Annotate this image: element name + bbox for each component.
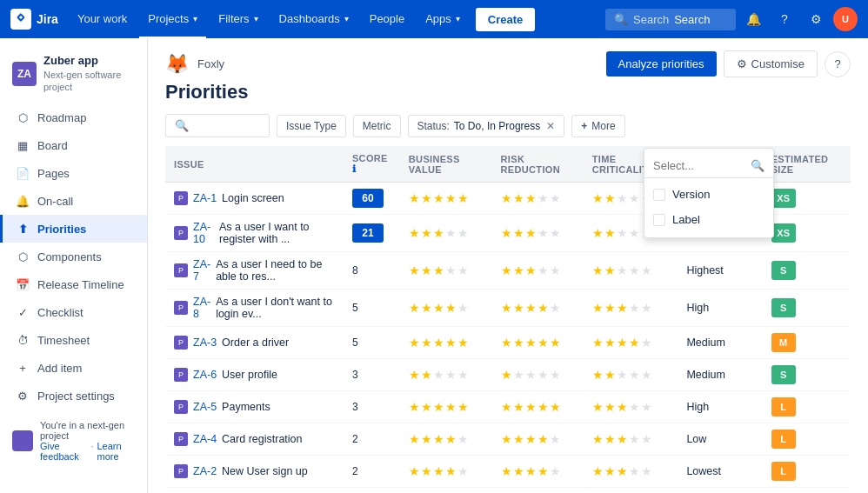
customise-button[interactable]: ⚙ Customise (724, 50, 818, 77)
dropdown-item-label[interactable]: Label (644, 207, 773, 232)
more-filter[interactable]: + More (571, 115, 624, 137)
nav-people[interactable]: People (361, 0, 413, 38)
sidebar: ZA Zuber app Next-gen software project ⬡… (0, 38, 148, 493)
issue-id[interactable]: ZA-2 (193, 465, 217, 477)
sidebar-item-pages[interactable]: 📄 Pages (0, 159, 147, 187)
rr-cell[interactable]: ★★★★★ (492, 391, 584, 423)
issue-id[interactable]: ZA-8 (193, 296, 210, 320)
issue-search[interactable]: 🔍 (165, 114, 270, 137)
global-search[interactable]: 🔍 Search Search (605, 9, 736, 30)
sidebar-item-components[interactable]: ⬡ Components (0, 243, 147, 270)
metric-filter[interactable]: Metric (353, 115, 401, 137)
tc-cell[interactable]: ★★★★★ (584, 290, 678, 327)
sidebar-item-release-timeline[interactable]: 📅 Release Timeline (0, 270, 147, 298)
bv-cell[interactable]: ★★★★★ (400, 359, 492, 391)
topnav-icons: 🔔 ? ⚙ U (739, 5, 858, 33)
issue-title: New User sign up (222, 465, 308, 477)
project-icon: ZA (12, 62, 37, 86)
sidebar-item-checklist[interactable]: ✓ Checklist (0, 298, 147, 326)
production-cell: Medium (678, 488, 762, 494)
settings-icon: ⚙ (15, 388, 30, 403)
issue-id[interactable]: ZA-1 (193, 192, 217, 204)
bv-cell[interactable]: ★★★★★ (400, 290, 492, 327)
sidebar-item-label: Project settings (37, 390, 115, 403)
bv-cell[interactable]: ★★★★★ (400, 327, 492, 359)
issue-id[interactable]: ZA-6 (193, 369, 217, 381)
tc-cell[interactable]: ★★★★★ (584, 391, 678, 423)
status-filter[interactable]: Status: To Do, In Progress ✕ (408, 115, 565, 137)
sidebar-item-label: On-call (37, 195, 73, 208)
rr-cell[interactable]: ★★★★★ (492, 327, 584, 359)
give-feedback-link[interactable]: Give feedback (40, 441, 87, 462)
issue-cell: P ZA-1 Login screen (165, 183, 344, 215)
size-cell: S (763, 359, 851, 391)
bv-cell[interactable]: ★★★★★ (400, 183, 492, 215)
version-checkbox[interactable] (653, 189, 665, 201)
issue-title: As a user I want to register with ... (219, 221, 335, 245)
size-cell: XL (763, 488, 851, 494)
bv-cell[interactable]: ★★★★★ (400, 488, 492, 494)
app-logo[interactable]: Jira (10, 9, 58, 30)
bv-cell[interactable]: ★★★★★ (400, 215, 492, 252)
nav-apps[interactable]: Apps▾ (417, 0, 469, 38)
dropdown-search-input[interactable] (653, 159, 746, 172)
bv-cell[interactable]: ★★★★★ (400, 456, 492, 488)
tc-cell[interactable]: ★★★★★ (584, 488, 678, 494)
nav-your-work[interactable]: Your work (69, 0, 136, 38)
production-cell: High (678, 290, 762, 327)
issue-id[interactable]: ZA-5 (193, 401, 217, 413)
settings-button[interactable]: ⚙ (802, 5, 830, 33)
sidebar-project[interactable]: ZA Zuber app Next-gen software project (0, 45, 147, 103)
sidebar-item-priorities[interactable]: ⬆ Priorities (0, 215, 147, 243)
nav-projects[interactable]: Projects▾ (139, 0, 206, 38)
size-badge: M (771, 333, 796, 352)
score-cell: 5 (344, 290, 400, 327)
bv-cell[interactable]: ★★★★★ (400, 423, 492, 456)
issue-id[interactable]: ZA-3 (193, 336, 217, 349)
create-button[interactable]: Create (476, 8, 535, 31)
rr-cell[interactable]: ★★★★★ (492, 423, 584, 456)
status-label: Status: (417, 120, 450, 132)
issue-cell: P ZA-2 New User sign up (165, 456, 344, 488)
tc-cell[interactable]: ★★★★★ (584, 456, 678, 488)
sidebar-item-project-settings[interactable]: ⚙ Project settings (0, 382, 147, 410)
sidebar-item-timesheet[interactable]: ⏱ Timesheet (0, 326, 147, 354)
sidebar-item-oncall[interactable]: 🔔 On-call (0, 187, 147, 215)
rr-cell[interactable]: ★★★★★ (492, 359, 584, 391)
tc-cell[interactable]: ★★★★★ (584, 359, 678, 391)
sidebar-item-board[interactable]: ▦ Board (0, 131, 147, 159)
tc-cell[interactable]: ★★★★★ (584, 252, 678, 290)
analyze-priorities-button[interactable]: Analyze priorities (606, 51, 717, 77)
issue-type-filter[interactable]: Issue Type (277, 115, 346, 137)
issue-cell: P ZA-3 Order a driver (165, 327, 344, 359)
nav-dashboards[interactable]: Dashboards▾ (270, 0, 357, 38)
rr-cell[interactable]: ★★★★★ (492, 252, 584, 290)
help-button[interactable]: ? (825, 51, 851, 77)
rr-cell[interactable]: ★★★★★ (492, 183, 584, 215)
dropdown-item-version[interactable]: Version (644, 182, 773, 207)
learn-more-link[interactable]: Learn more (97, 441, 135, 462)
tc-cell[interactable]: ★★★★★ (584, 327, 678, 359)
nav-filters[interactable]: Filters▾ (210, 0, 266, 38)
table-row: P ZA-5 Payments 3 ★★★★★ ★★★★★ ★★★★★ High… (165, 391, 851, 423)
issue-id[interactable]: ZA-7 (193, 258, 210, 283)
label-checkbox[interactable] (653, 214, 665, 226)
tc-cell[interactable]: ★★★★★ (584, 423, 678, 456)
issue-id[interactable]: ZA-10 (193, 221, 214, 245)
page-title: Priorities (165, 81, 851, 103)
rr-cell[interactable]: ★★★★★ (492, 290, 584, 327)
help-button[interactable]: ? (771, 5, 798, 33)
rr-cell[interactable]: ★★★★★ (492, 456, 584, 488)
bv-cell[interactable]: ★★★★★ (400, 391, 492, 423)
sidebar-item-roadmap[interactable]: ⬡ Roadmap (0, 103, 147, 131)
sidebar-item-label: Add item (37, 362, 82, 375)
main-content: 🦊 Foxly Analyze priorities ⚙ Customise ?… (148, 38, 868, 493)
issue-id[interactable]: ZA-4 (193, 433, 217, 445)
sidebar-item-add-item[interactable]: + Add item (0, 354, 147, 382)
bv-cell[interactable]: ★★★★★ (400, 252, 492, 290)
status-clear[interactable]: ✕ (546, 120, 555, 132)
rr-cell[interactable]: ★★★★★ (492, 488, 584, 494)
rr-cell[interactable]: ★★★★★ (492, 215, 584, 252)
user-avatar[interactable]: U (833, 7, 858, 31)
notifications-button[interactable]: 🔔 (739, 5, 767, 33)
